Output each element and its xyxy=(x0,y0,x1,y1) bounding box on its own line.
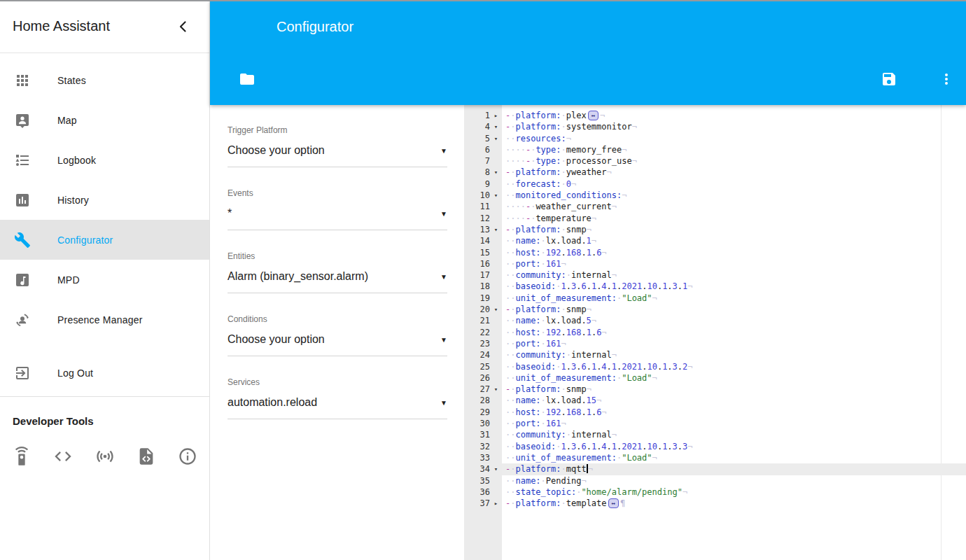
save-icon[interactable] xyxy=(881,71,897,88)
sidebar-item-label: History xyxy=(57,195,89,206)
form-field-events: Events*▼ xyxy=(227,188,447,251)
field-select-conditions[interactable]: Choose your option▼ xyxy=(227,332,447,346)
field-select-services[interactable]: automation.reload▼ xyxy=(227,396,447,410)
sidebar-item-log-out[interactable]: Log Out xyxy=(0,353,209,393)
line-number: 1 xyxy=(464,110,490,121)
line-number: 28 xyxy=(464,395,490,406)
code-text[interactable]: -·platform:·snmp¬ xyxy=(502,384,966,395)
field-underline xyxy=(227,356,447,356)
editor-line: 8▾-·platform:·yweather¬ xyxy=(464,167,966,178)
code-text[interactable]: ··state_topic:·"home/alarm/pending"¬ xyxy=(502,486,966,498)
file-code-icon[interactable] xyxy=(136,447,156,466)
code-text[interactable]: -·platform:·snmp¬ xyxy=(502,304,966,315)
kebab-icon[interactable] xyxy=(938,71,955,88)
sidebar-item-logbook[interactable]: Logbook xyxy=(0,140,209,180)
code-text[interactable]: ··community:·internal¬ xyxy=(502,270,966,281)
code-text[interactable]: ··forecast:·0¬ xyxy=(502,178,966,190)
fold-open-icon[interactable]: ▾ xyxy=(490,463,502,475)
code-text[interactable]: ··baseoid:·1.3.6.1.4.1.2021.10.1.3.2¬ xyxy=(502,361,966,372)
collapsed-fold-widget[interactable]: ↔ xyxy=(588,111,598,120)
code-text[interactable]: ··port:·161¬ xyxy=(502,258,966,270)
developer-tools-heading: Developer Tools xyxy=(13,415,209,427)
line-number: 29 xyxy=(464,407,490,418)
code-text[interactable]: ··host:·192.168.1.6¬ xyxy=(502,407,966,418)
code-text[interactable]: ····-·weather_current¬ xyxy=(502,201,966,212)
code-text[interactable]: ··unit_of_measurement:·"Load"¬ xyxy=(502,452,966,463)
fold-collapsed-icon[interactable]: ▸ xyxy=(490,498,502,509)
fold-gutter xyxy=(490,315,502,326)
code-text[interactable]: ··baseoid:·1.3.6.1.4.1.2021.10.1.3.3¬ xyxy=(502,441,966,452)
fold-open-icon[interactable]: ▾ xyxy=(490,384,502,395)
fold-open-icon[interactable]: ▾ xyxy=(490,121,502,132)
code-text[interactable]: ··host:·192.168.1.6¬ xyxy=(502,247,966,258)
form-field-conditions: ConditionsChoose your option▼ xyxy=(227,314,447,377)
access-point-icon[interactable] xyxy=(95,447,115,466)
field-select-trigger-platform[interactable]: Choose your option▼ xyxy=(227,144,447,158)
form-field-entities: EntitiesAlarm (binary_sensor.alarm)▼ xyxy=(227,251,447,314)
page-title: Configurator xyxy=(276,19,354,35)
code-tags-icon[interactable] xyxy=(53,447,73,466)
fold-collapsed-icon[interactable]: ▸ xyxy=(490,110,502,121)
field-label: Conditions xyxy=(227,314,447,324)
code-text[interactable]: ··community:·internal¬ xyxy=(502,429,966,440)
code-text[interactable]: ··name:·lx.load.5¬ xyxy=(502,315,966,326)
code-text[interactable]: ··port:·161¬ xyxy=(502,338,966,349)
code-text[interactable]: ··name:·lx.load.15¬ xyxy=(502,395,966,406)
fold-open-icon[interactable]: ▾ xyxy=(490,190,502,201)
code-text[interactable]: ··baseoid:·1.3.6.1.4.1.2021.10.1.3.1¬ xyxy=(502,281,966,292)
code-text[interactable]: ··resources:¬ xyxy=(502,133,966,144)
sidebar-item-mpd[interactable]: MPD xyxy=(0,260,209,300)
info-icon[interactable] xyxy=(178,447,197,466)
sidebar-item-configurator[interactable]: Configurator xyxy=(0,220,209,260)
code-text[interactable]: ··host:·192.168.1.6¬ xyxy=(502,327,966,338)
fold-gutter xyxy=(490,349,502,360)
fold-open-icon[interactable]: ▾ xyxy=(490,167,502,178)
code-text[interactable]: ··community:·internal¬ xyxy=(502,349,966,360)
fold-gutter xyxy=(490,247,502,258)
fold-open-icon[interactable]: ▾ xyxy=(490,224,502,235)
code-text[interactable]: -·platform:·snmp¬ xyxy=(502,224,966,235)
chevron-left-icon[interactable] xyxy=(174,18,191,35)
code-text[interactable]: ··name:·Pending¬ xyxy=(502,475,966,486)
code-text[interactable]: -·platform:·yweather¬ xyxy=(502,167,966,178)
sidebar-item-presence-manager[interactable]: Presence Manager xyxy=(0,300,209,340)
sidebar-item-states[interactable]: States xyxy=(0,60,209,100)
editor-line: 5▾··resources:¬ xyxy=(464,133,966,144)
line-number: 37 xyxy=(464,498,490,509)
editor-line: 13▾-·platform:·snmp¬ xyxy=(464,224,966,235)
fold-open-icon[interactable]: ▾ xyxy=(490,304,502,315)
line-number: 23 xyxy=(464,338,490,349)
fold-gutter xyxy=(490,372,502,384)
field-underline xyxy=(227,230,447,230)
line-number: 10 xyxy=(464,190,490,201)
code-text[interactable]: ··unit_of_measurement:·"Load"¬ xyxy=(502,372,966,384)
fold-gutter xyxy=(490,475,502,486)
code-text[interactable]: ····-·type:·processor_use¬ xyxy=(502,155,966,167)
field-select-entities[interactable]: Alarm (binary_sensor.alarm)▼ xyxy=(227,270,447,284)
sidebar-item-history[interactable]: History xyxy=(0,180,209,220)
fold-open-icon[interactable]: ▾ xyxy=(490,133,502,144)
code-text[interactable]: ··port:·161¬ xyxy=(502,418,966,429)
fold-gutter xyxy=(490,395,502,406)
field-label: Trigger Platform xyxy=(227,125,447,135)
code-editor[interactable]: 1▸-·platform:·plex↔¬4▾-·platform:·system… xyxy=(464,105,966,560)
sidebar-item-map[interactable]: Map xyxy=(0,100,209,140)
code-text[interactable]: -·platform:·template↔¶ xyxy=(502,498,966,509)
code-text[interactable]: ··unit_of_measurement:·"Load"¬ xyxy=(502,293,966,304)
collapsed-fold-widget[interactable]: ↔ xyxy=(608,498,619,508)
code-text[interactable]: -·platform:·mqtt¬ xyxy=(502,463,966,475)
form-field-services: Servicesautomation.reload▼ xyxy=(227,377,447,440)
folder-icon[interactable] xyxy=(239,71,255,88)
fold-gutter xyxy=(490,144,502,155)
field-select-events[interactable]: *▼ xyxy=(227,206,447,220)
field-underline xyxy=(227,419,447,419)
code-text[interactable]: ··name:·lx.load.1¬ xyxy=(502,235,966,246)
code-text[interactable]: ····-·temperature¬ xyxy=(502,213,966,224)
remote-icon[interactable] xyxy=(12,447,31,466)
code-text[interactable]: -·platform:·systemmonitor¬ xyxy=(502,121,966,132)
code-text[interactable]: -·platform:·plex↔¬ xyxy=(502,110,966,121)
code-text[interactable]: ··monitored_conditions:¬ xyxy=(502,190,966,201)
sidebar-item-label: Logbook xyxy=(57,155,96,166)
line-number: 33 xyxy=(464,452,490,463)
code-text[interactable]: ····-·type:·memory_free¬ xyxy=(502,144,966,155)
